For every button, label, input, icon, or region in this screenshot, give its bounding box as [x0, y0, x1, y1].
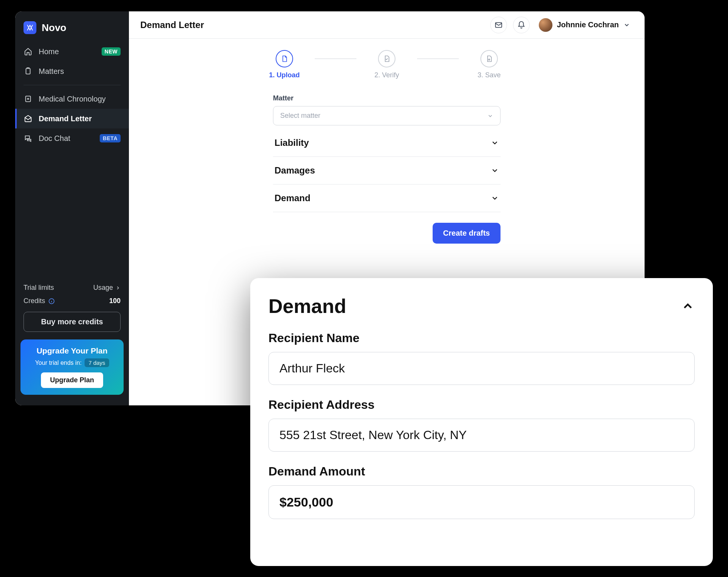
svg-rect-0 [26, 69, 30, 74]
form-area: Matter Select matter Liability Damages [273, 94, 500, 244]
clipboard-icon [24, 67, 33, 76]
info-icon[interactable] [48, 298, 55, 305]
step-connector [315, 58, 356, 59]
trial-days-pill: 7 days [85, 358, 109, 367]
brand-logo-icon [24, 21, 36, 34]
sidebar-nav: Home NEW Matters Medical Chronology [15, 42, 129, 148]
upgrade-card: Upgrade Your Plan Your trial ends in: 7 … [20, 339, 124, 395]
matter-label: Matter [273, 94, 500, 102]
accordion-title: Demand [275, 193, 311, 203]
recipient-address-input[interactable] [268, 419, 695, 452]
beta-badge: BETA [100, 134, 121, 142]
chevron-down-icon [491, 139, 499, 147]
bell-icon [517, 21, 526, 29]
chat-icon [24, 134, 33, 143]
notifications-button[interactable] [513, 17, 530, 33]
user-name: Johnnie Cochran [557, 20, 619, 29]
accordion-damages[interactable]: Damages [273, 157, 500, 185]
matter-placeholder: Select matter [280, 112, 320, 120]
verify-icon [383, 55, 391, 63]
document-icon [281, 55, 288, 63]
demand-panel: Demand Recipient Name Recipient Address … [250, 278, 713, 566]
medical-icon [24, 94, 33, 103]
step-label: 2. Verify [374, 71, 399, 79]
upgrade-subtitle: Your trial ends in: 7 days [27, 358, 117, 367]
recipient-name-input[interactable] [268, 352, 695, 385]
sidebar-item-demand-letter[interactable]: Demand Letter [15, 109, 129, 128]
sidebar-item-home[interactable]: Home NEW [15, 42, 129, 61]
home-icon [24, 47, 33, 56]
mail-open-icon [24, 114, 33, 123]
recipient-name-label: Recipient Name [268, 331, 695, 345]
trial-limits-section: Trial limits Usage Credits 100 Buy more [15, 284, 129, 332]
usage-link[interactable]: Usage [93, 284, 121, 292]
accordion-liability[interactable]: Liability [273, 129, 500, 157]
sidebar-item-label: Matters [39, 67, 64, 76]
sidebar-item-label: Medical Chronology [39, 95, 106, 103]
mail-button[interactable] [490, 17, 507, 33]
sidebar-item-label: Home [39, 47, 59, 56]
demand-amount-label: Demand Amount [268, 464, 695, 478]
sidebar-item-label: Doc Chat [39, 134, 70, 143]
sidebar-item-doc-chat[interactable]: Doc Chat BETA [15, 128, 129, 148]
step-connector [417, 58, 459, 59]
credits-value: 100 [109, 297, 121, 305]
recipient-address-label: Recipient Address [268, 398, 695, 412]
sidebar: Novo Home NEW Matters Medica [15, 11, 129, 405]
chevron-down-icon [487, 113, 493, 119]
step-save[interactable]: 3. Save [459, 50, 519, 79]
demand-amount-input[interactable] [268, 485, 695, 519]
page-title: Demand Letter [140, 20, 204, 30]
save-icon [485, 55, 493, 63]
buy-credits-button[interactable]: Buy more credits [24, 312, 121, 332]
chevron-down-icon [491, 194, 499, 202]
sidebar-item-medical-chronology[interactable]: Medical Chronology [15, 89, 129, 109]
stepper: 1. Upload 2. Verify [254, 50, 519, 79]
matter-select[interactable]: Select matter [273, 106, 500, 125]
accordion-title: Liability [275, 138, 309, 148]
step-label: 3. Save [477, 71, 500, 79]
step-label: 1. Upload [269, 71, 300, 79]
upgrade-title: Upgrade Your Plan [27, 346, 117, 355]
accordion-title: Damages [275, 165, 315, 176]
mail-icon [494, 21, 503, 29]
credits-label: Credits [24, 297, 45, 305]
sidebar-item-label: Demand Letter [39, 114, 92, 123]
nav-divider [24, 85, 121, 85]
new-badge: NEW [102, 47, 121, 56]
trial-limits-label: Trial limits [24, 284, 54, 292]
create-drafts-button[interactable]: Create drafts [433, 223, 500, 244]
usage-label: Usage [93, 284, 113, 292]
chevron-up-icon[interactable] [681, 299, 695, 313]
chevron-down-icon [623, 22, 630, 28]
chevron-down-icon [491, 166, 499, 175]
step-verify[interactable]: 2. Verify [356, 50, 417, 79]
step-upload[interactable]: 1. Upload [254, 50, 315, 79]
accordion-demand[interactable]: Demand [273, 185, 500, 212]
avatar [539, 18, 552, 32]
upgrade-plan-button[interactable]: Upgrade Plan [41, 372, 103, 388]
user-menu[interactable]: Johnnie Cochran [536, 17, 633, 33]
brand: Novo [15, 18, 129, 42]
demand-panel-title: Demand [268, 295, 346, 317]
sidebar-item-matters[interactable]: Matters [15, 61, 129, 81]
topbar: Demand Letter Johnnie Cochran [129, 11, 645, 39]
brand-name: Novo [42, 22, 66, 34]
chevron-right-icon [115, 285, 121, 291]
